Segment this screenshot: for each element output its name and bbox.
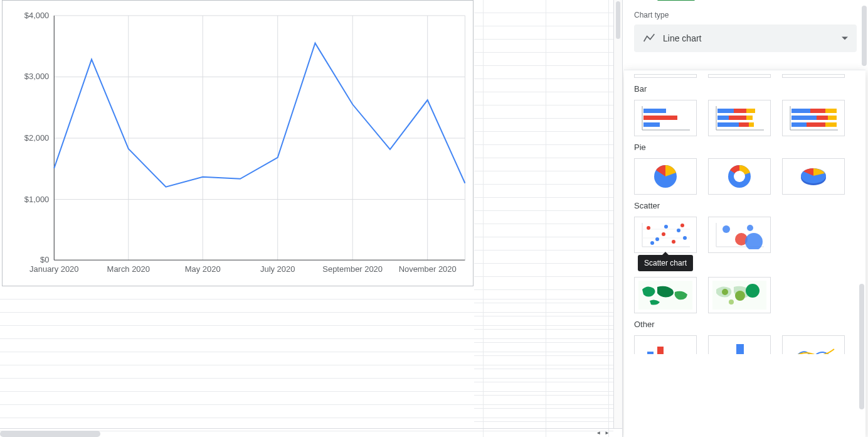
spreadsheet-area[interactable]: $0 $1,000 $2,000 $3,000 $4,000 January 2… (0, 0, 622, 437)
chart-type-other-3[interactable] (782, 335, 845, 354)
svg-text:$0: $0 (40, 255, 49, 264)
chart-type-other-2[interactable] (708, 335, 771, 354)
svg-rect-26 (643, 122, 660, 127)
y-axis-labels: $0 $1,000 $2,000 $3,000 $4,000 (24, 11, 50, 264)
panel-scrollbar-thumb[interactable] (862, 6, 867, 66)
svg-rect-83 (736, 344, 744, 354)
svg-point-78 (729, 299, 734, 305)
svg-point-59 (655, 237, 659, 241)
svg-rect-25 (643, 116, 677, 120)
sheet-vertical-scrollbar[interactable] (613, 0, 622, 428)
group-label-bar: Bar (634, 84, 855, 94)
chart-type-option[interactable] (634, 74, 697, 78)
app-root: $0 $1,000 $2,000 $3,000 $4,000 January 2… (0, 0, 868, 437)
svg-rect-48 (825, 122, 837, 127)
svg-point-71 (745, 233, 763, 249)
sheet-prev-icon[interactable]: ◄ (596, 430, 601, 436)
svg-point-64 (683, 236, 687, 240)
svg-rect-44 (817, 116, 828, 120)
svg-point-72 (747, 225, 753, 231)
svg-point-62 (672, 240, 675, 244)
chart-type-option[interactable] (708, 74, 771, 78)
chart-type-value: Line chart (663, 33, 701, 43)
svg-rect-32 (717, 116, 729, 120)
svg-rect-30 (734, 109, 746, 113)
line-chart-svg: $0 $1,000 $2,000 $3,000 $4,000 January 2… (3, 1, 473, 286)
chart-type-bubble[interactable] (708, 217, 771, 253)
chevron-down-icon (842, 36, 848, 40)
svg-point-69 (722, 225, 730, 233)
svg-rect-45 (828, 116, 837, 120)
chart-type-stacked-bar[interactable] (708, 100, 771, 136)
svg-rect-79 (647, 352, 654, 354)
svg-point-58 (647, 226, 650, 230)
svg-rect-35 (717, 122, 739, 127)
svg-point-65 (650, 241, 654, 245)
svg-rect-80 (657, 347, 664, 354)
chart-type-dropdown: Bar (624, 70, 865, 437)
svg-text:$1,000: $1,000 (24, 195, 50, 204)
sheet-next-icon[interactable]: ► (605, 430, 610, 436)
svg-text:November 2020: November 2020 (399, 264, 457, 274)
chart-type-bar[interactable] (634, 100, 697, 136)
group-label-pie: Pie (634, 143, 855, 152)
chart-type-pie[interactable] (634, 158, 697, 195)
svg-point-76 (735, 291, 745, 301)
svg-rect-31 (746, 109, 755, 113)
svg-rect-37 (749, 122, 754, 127)
group-label-other: Other (634, 320, 855, 329)
svg-rect-42 (825, 109, 837, 113)
svg-rect-46 (791, 122, 807, 127)
svg-point-77 (746, 284, 760, 298)
chart-type-option[interactable] (782, 74, 845, 78)
svg-rect-24 (643, 109, 666, 113)
x-axis-labels: January 2020 March 2020 May 2020 July 20… (29, 264, 457, 274)
svg-rect-33 (729, 116, 746, 120)
svg-point-51 (734, 171, 745, 182)
chart-type-field-label: Chart type (634, 11, 857, 19)
chart-type-doughnut[interactable] (708, 158, 771, 195)
tooltip-scatter-chart: Scatter chart (638, 255, 693, 271)
svg-text:$3,000: $3,000 (24, 72, 50, 81)
svg-rect-41 (810, 109, 825, 113)
svg-text:March 2020: March 2020 (107, 264, 150, 274)
chart-type-3d-pie[interactable] (782, 158, 845, 195)
chart-type-select[interactable]: Line chart (634, 24, 857, 52)
svg-text:January 2020: January 2020 (29, 264, 78, 274)
sheet-vertical-scrollbar-thumb[interactable] (616, 1, 620, 39)
chart-type-other-1[interactable] (634, 335, 697, 354)
active-tab-indicator (657, 0, 695, 1)
embedded-chart[interactable]: $0 $1,000 $2,000 $3,000 $4,000 January 2… (2, 0, 474, 286)
svg-rect-36 (739, 122, 749, 127)
chart-type-100-stacked-bar[interactable] (782, 100, 845, 136)
svg-point-75 (722, 289, 728, 295)
svg-rect-43 (791, 116, 817, 120)
chart-type-geo-markers[interactable] (708, 277, 771, 313)
svg-rect-34 (746, 116, 753, 120)
line-chart-icon (643, 32, 655, 45)
svg-rect-29 (717, 109, 734, 113)
svg-text:$4,000: $4,000 (24, 11, 50, 20)
svg-rect-40 (791, 109, 810, 113)
svg-text:May 2020: May 2020 (185, 264, 221, 274)
svg-point-60 (664, 225, 668, 229)
svg-text:$2,000: $2,000 (24, 133, 50, 143)
svg-point-66 (680, 224, 684, 227)
chart-type-geo[interactable] (634, 277, 697, 313)
chart-editor-panel: Chart type Line chart Bar (622, 0, 868, 437)
chart-type-scatter[interactable]: Scatter chart (634, 217, 697, 253)
svg-rect-47 (807, 122, 825, 127)
dropdown-scrollbar-thumb[interactable] (859, 284, 864, 409)
chart-gridlines (54, 16, 465, 260)
svg-point-61 (662, 232, 665, 236)
svg-point-63 (677, 229, 680, 232)
svg-text:September 2020: September 2020 (322, 264, 383, 274)
svg-text:July 2020: July 2020 (260, 264, 295, 274)
sheet-horizontal-scrollbar-thumb[interactable] (0, 431, 100, 437)
row-gridlines-below (0, 286, 613, 428)
group-label-scatter: Scatter (634, 201, 855, 210)
chart-series-line (54, 43, 465, 187)
